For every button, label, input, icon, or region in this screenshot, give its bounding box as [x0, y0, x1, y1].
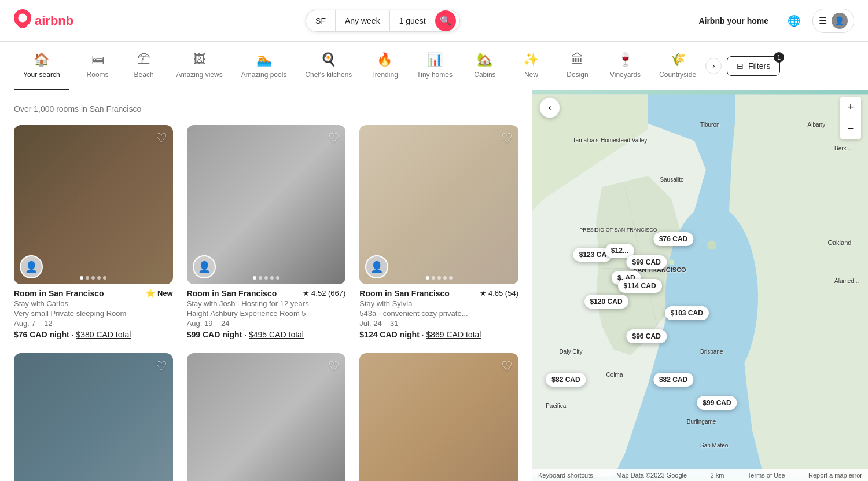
design-icon: 🏛 [571, 52, 584, 67]
listing-dates: Aug. 19 – 24 [187, 319, 346, 328]
cabins-icon: 🏡 [477, 52, 492, 67]
price-marker[interactable]: $96 CAD [627, 329, 667, 343]
category-amazing-views[interactable]: 🖼 Amazing views [167, 42, 232, 90]
listing-image-wrap: ♡ 👤 [359, 125, 518, 284]
wishlist-button[interactable]: ♡ [501, 131, 513, 146]
listing-info: Room in San Francisco ★ 4.52 (667) Stay … [187, 289, 346, 339]
category-design[interactable]: 🏛 Design [554, 42, 601, 90]
carousel-dot [86, 276, 89, 280]
search-button[interactable]: 🔍 [435, 10, 456, 31]
wishlist-button[interactable]: ♡ [501, 359, 513, 374]
listing-image [14, 353, 173, 481]
wishlist-button[interactable]: ♡ [156, 131, 167, 146]
svg-point-7 [668, 260, 674, 266]
listing-dates: Jul. 24 – 31 [359, 319, 518, 328]
listing-card[interactable]: ♡ 👤 Room in San Francisco [187, 353, 346, 481]
search-bar[interactable]: SF Any week 1 guest 🔍 [306, 10, 460, 32]
host-avatar: 👤 [20, 255, 43, 278]
airbnb-home-link[interactable]: Airbnb your home [692, 12, 775, 30]
category-trending-label: Trending [371, 71, 398, 79]
category-trending[interactable]: 🔥 Trending [361, 42, 407, 90]
listing-image-wrap: ♡ Superhost [14, 353, 173, 481]
profile-button[interactable]: ☰ 👤 [812, 9, 854, 33]
avatar: 👤 [832, 13, 848, 29]
listing-card[interactable]: ♡ 👤 Room in San Francisco ★ 4.65 (54) St… [359, 125, 518, 339]
price-marker[interactable]: $103 CAD [665, 306, 709, 320]
carousel-dot [432, 276, 435, 280]
category-new[interactable]: ✨ New [508, 42, 554, 90]
results-count: Over 1,000 rooms in San Francisco [14, 104, 518, 113]
listing-title: Room in San Francisco [359, 289, 450, 298]
price-marker[interactable]: $12... [605, 244, 634, 258]
price-marker[interactable]: $120 CAD [584, 295, 628, 309]
map-collapse-button[interactable]: ‹ [539, 97, 560, 118]
carousel-dots [253, 276, 279, 280]
category-cabins[interactable]: 🏡 Cabins [462, 42, 508, 90]
category-your-search[interactable]: 🏠 Your search [14, 42, 69, 90]
price-marker[interactable]: $99 CAD [697, 396, 737, 410]
category-chefs-kitchens[interactable]: 🍳 Chef's kitchens [296, 42, 361, 90]
map-zoom-controls: + − [840, 97, 861, 139]
category-beach[interactable]: ⛱ Beach [121, 42, 167, 90]
wishlist-button[interactable]: ♡ [328, 359, 340, 374]
category-vineyards[interactable]: 🍷 Vineyards [601, 42, 650, 90]
listings-panel: Over 1,000 rooms in San Francisco ♡ 👤 Ro… [0, 90, 532, 481]
new-badge: ⭐ New [146, 289, 172, 298]
report-map-error[interactable]: Report a map error [808, 472, 862, 479]
wishlist-button[interactable]: ♡ [328, 131, 340, 146]
amazing-views-icon: 🖼 [193, 52, 206, 67]
carousel-dots [80, 276, 106, 280]
category-nav: 🏠 Your search 🛏 Rooms ⛱ Beach 🖼 Amazing … [0, 42, 868, 90]
zoom-out-button[interactable]: − [840, 118, 861, 139]
price-marker[interactable]: $99 CAD [627, 255, 667, 269]
category-tiny-homes-label: Tiny homes [417, 71, 453, 79]
category-amazing-pools[interactable]: 🏊 Amazing pools [232, 42, 296, 90]
svg-point-6 [707, 241, 716, 250]
globe-button[interactable]: 🌐 [782, 9, 806, 32]
listing-price-total: $869 CAD total [426, 330, 481, 339]
carousel-dot [426, 276, 429, 280]
category-your-search-label: Your search [23, 71, 60, 79]
price-marker[interactable]: $82 CAD [653, 373, 693, 387]
keyboard-shortcuts[interactable]: Keyboard shortcuts [538, 472, 593, 479]
listing-title-row: Room in San Francisco ★ 4.65 (54) [359, 289, 518, 298]
carousel-dot [443, 276, 447, 280]
nav-right-arrow[interactable]: › [705, 58, 722, 74]
category-amazing-views-label: Amazing views [176, 71, 223, 79]
terms-of-use[interactable]: Terms of Use [748, 472, 785, 479]
logo[interactable]: airbnb [14, 9, 73, 32]
listing-card[interactable]: ♡ 👤 Room in San Francisco ⭐ New Stay wit… [14, 125, 173, 339]
listing-card[interactable]: ♡ Superhost Room in San Francisco [359, 353, 518, 481]
carousel-dot [253, 276, 256, 280]
category-rooms[interactable]: 🛏 Rooms [75, 42, 121, 90]
price-marker[interactable]: $114 CAD [618, 279, 662, 293]
map-svg [532, 90, 868, 481]
listing-card[interactable]: ♡ 👤 Room in San Francisco ★ 4.52 (667) S… [187, 125, 346, 339]
filters-label: Filters [748, 61, 770, 71]
beach-icon: ⛱ [138, 52, 150, 67]
carousel-dot [449, 276, 453, 280]
wishlist-button[interactable]: ♡ [156, 359, 167, 374]
zoom-in-button[interactable]: + [840, 97, 861, 118]
search-guests[interactable]: 1 guest [390, 10, 435, 31]
search-location[interactable]: SF [306, 10, 336, 31]
tiny-homes-icon: 📊 [427, 52, 443, 67]
listing-card[interactable]: ♡ Superhost Room in San Francisco [14, 353, 173, 481]
category-countryside[interactable]: 🌾 Countryside [650, 42, 705, 90]
price-marker[interactable]: $76 CAD [653, 232, 693, 246]
listing-rating: ★ 4.65 (54) [480, 289, 518, 298]
listing-host: Stay with Sylvia [359, 299, 518, 308]
search-dates[interactable]: Any week [336, 10, 390, 31]
filters-button[interactable]: ⊟ Filters 1 [727, 56, 780, 76]
category-cabins-label: Cabins [474, 71, 495, 79]
listing-title-row: Room in San Francisco ⭐ New [14, 289, 173, 298]
carousel-dots [426, 276, 453, 280]
listing-title: Room in San Francisco [187, 289, 277, 298]
price-marker[interactable]: $82 CAD [546, 373, 586, 387]
category-tiny-homes[interactable]: 📊 Tiny homes [407, 42, 462, 90]
category-beach-label: Beach [134, 71, 154, 79]
listing-image [187, 353, 346, 481]
host-avatar: 👤 [193, 255, 216, 278]
listing-host: Stay with Carlos [14, 299, 173, 308]
amazing-pools-icon: 🏊 [256, 52, 272, 67]
